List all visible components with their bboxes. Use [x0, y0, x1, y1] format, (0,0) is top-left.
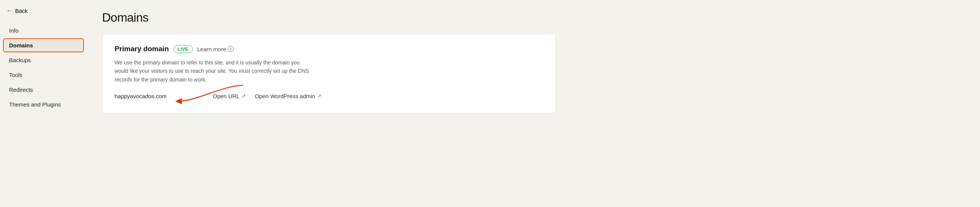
main-content: Domains Primary domain LIVE Learn more i… — [87, 0, 980, 207]
sidebar-item-label: Themes and Plugins — [9, 101, 61, 108]
open-url-label: Open URL — [213, 93, 240, 99]
sidebar-item-themes-and-plugins[interactable]: Themes and Plugins — [3, 98, 84, 111]
svg-marker-0 — [175, 98, 182, 104]
learn-more-link[interactable]: Learn more i — [197, 46, 234, 52]
domain-actions: Open URL ↗ Open WordPress admin ↗ — [213, 93, 321, 99]
live-badge: LIVE — [173, 45, 193, 53]
back-arrow-icon: ← — [6, 7, 13, 15]
sidebar-item-label: Redirects — [9, 87, 33, 93]
sidebar-item-domains[interactable]: Domains — [3, 38, 84, 52]
sidebar-item-label: Info — [9, 27, 19, 34]
domain-name: happyavocados.com — [115, 93, 175, 99]
open-wordpress-admin-link[interactable]: Open WordPress admin ↗ — [255, 93, 321, 99]
sidebar-item-label: Domains — [9, 42, 33, 48]
domains-card: Primary domain LIVE Learn more i We use … — [102, 34, 556, 113]
domain-row: happyavocados.com Open URL — [115, 93, 543, 99]
info-circle-icon: i — [228, 46, 234, 52]
sidebar: ← Back Info Domains Backups Tools Redire… — [0, 0, 87, 207]
external-link-icon-2: ↗ — [317, 93, 321, 99]
back-button[interactable]: ← Back — [0, 0, 87, 22]
back-label: Back — [15, 8, 28, 14]
external-link-icon: ↗ — [242, 93, 246, 99]
sidebar-item-tools[interactable]: Tools — [3, 68, 84, 82]
open-wordpress-admin-label: Open WordPress admin — [255, 93, 315, 99]
open-url-link[interactable]: Open URL ↗ — [213, 93, 246, 99]
card-header: Primary domain LIVE Learn more i — [115, 45, 543, 53]
sidebar-item-info[interactable]: Info — [3, 24, 84, 37]
sidebar-item-redirects[interactable]: Redirects — [3, 83, 84, 97]
sidebar-item-label: Tools — [9, 72, 22, 78]
sidebar-item-label: Backups — [9, 57, 31, 63]
domain-name-container: happyavocados.com — [115, 93, 175, 99]
card-description: We use the primary domain to refer to th… — [115, 58, 311, 84]
page-title: Domains — [102, 11, 965, 25]
learn-more-label: Learn more — [197, 46, 226, 52]
sidebar-nav: Info Domains Backups Tools Redirects The… — [0, 22, 87, 112]
sidebar-item-backups[interactable]: Backups — [3, 53, 84, 67]
card-heading: Primary domain — [115, 45, 169, 53]
